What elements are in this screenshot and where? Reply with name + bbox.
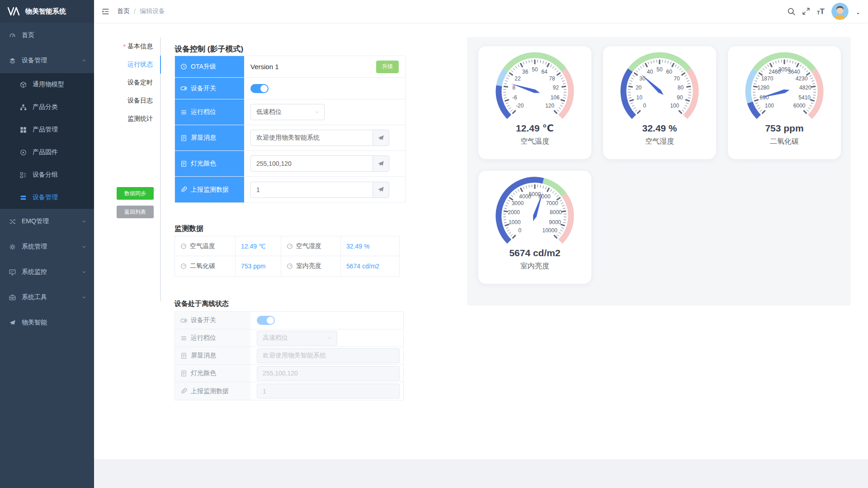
grid-icon (20, 127, 27, 133)
offline-row: 屏显消息欢迎使用物美智能系统 (175, 347, 403, 365)
sidebar-item-系统工具[interactable]: 系统工具 (0, 285, 94, 310)
toolbox-icon (9, 294, 16, 301)
gauge-title: 室内亮度 (520, 262, 549, 271)
sidebar-menu: 首页设备管理通用物模型产品分类产品管理产品固件设备分组设备管理EMQ管理系统管理… (0, 23, 94, 335)
row-label-text: 设备开关 (191, 84, 216, 93)
doc-icon (180, 160, 187, 167)
gauge-card-空气温度: -20-6822365064789210612012.49 ℃空气温度 (478, 46, 592, 160)
hamburger-icon[interactable] (101, 7, 110, 16)
sidebar-item-EMQ管理[interactable]: EMQ管理 (0, 209, 94, 234)
app-logo[interactable]: 物美智能系统 (0, 0, 94, 23)
row-value: 欢迎使用物美智能系统 (250, 347, 403, 364)
gauges-panel: -20-6822365064789210612012.49 ℃空气温度01020… (467, 37, 851, 305)
shuffle-icon (9, 218, 16, 225)
text-input-disabled[interactable]: 1 (257, 384, 400, 399)
sidebar-item-系统管理[interactable]: 系统管理 (0, 234, 94, 259)
monitor-label: 室内亮度 (281, 256, 341, 276)
row-label: 运行档位 (175, 99, 244, 125)
fullscreen-icon[interactable] (802, 7, 810, 15)
run-gear-select-disabled[interactable]: 高速档位 (257, 331, 337, 346)
sidebar-subitem-label: 产品固件 (33, 148, 58, 156)
sidebar-item-label: 设备管理 (22, 56, 47, 65)
gauge-chart: 1006901280187024603050364042304820541060… (735, 52, 834, 135)
disc-icon (20, 149, 27, 156)
text-input-disabled[interactable]: 欢迎使用物美智能系统 (257, 348, 400, 363)
row-value: 255,100,120 (250, 365, 403, 382)
send-button[interactable] (373, 182, 389, 198)
sidebar-subitem-通用物模型[interactable]: 通用物模型 (0, 73, 94, 96)
caret-down-icon[interactable] (855, 11, 861, 16)
sidebar-subitem-设备管理[interactable]: 设备管理 (0, 186, 94, 209)
app-title: 物美智能系统 (25, 7, 66, 16)
clip-icon (180, 388, 187, 394)
row-value: 高速档位 (250, 329, 403, 347)
upgrade-button[interactable]: 升级 (376, 61, 399, 73)
breadcrumb-home[interactable]: 首页 (117, 7, 130, 15)
firmware-version: Version 1 (250, 63, 279, 70)
clip-icon (180, 186, 187, 193)
monitor-value: 32.49 % (341, 236, 399, 256)
side-tab-label: 基本信息 (127, 42, 153, 51)
gauge-value: 753 ppm (765, 123, 803, 133)
svg-text:690: 690 (760, 94, 769, 101)
gauge-title: 空气湿度 (645, 137, 674, 146)
sidebar-submenu: 通用物模型产品分类产品管理产品固件设备分组设备管理 (0, 73, 94, 209)
back-to-list-button[interactable]: 返回列表 (117, 206, 154, 218)
text-input[interactable]: 255,100,120 (250, 155, 373, 172)
gauge-icon (287, 243, 293, 249)
monitor-value: 5674 cd/m2 (341, 256, 399, 276)
side-tab-label: 运行状态 (127, 61, 153, 69)
text-input-disabled[interactable]: 255,100,120 (257, 366, 400, 381)
side-tab-label: 设备定时 (127, 79, 153, 87)
sitemap-icon (20, 104, 27, 111)
monitor-value: 12.49 ℃ (236, 236, 281, 256)
side-tab-设备日志[interactable]: 设备日志 (94, 92, 160, 110)
font-size-icon[interactable]: TT (817, 8, 825, 15)
chevron-down-icon (81, 244, 87, 249)
device-switch-toggle-disabled[interactable] (257, 316, 275, 325)
list-icon (20, 194, 27, 201)
side-tab-运行状态[interactable]: 运行状态 (94, 56, 160, 74)
text-input[interactable]: 1 (250, 182, 373, 198)
send-button[interactable] (373, 155, 389, 172)
avatar[interactable] (831, 3, 849, 20)
sidebar-subitem-产品管理[interactable]: 产品管理 (0, 118, 94, 141)
sidebar-subitem-产品固件[interactable]: 产品固件 (0, 141, 94, 164)
clock-icon (180, 63, 187, 70)
sidebar-item-首页[interactable]: 首页 (0, 23, 94, 48)
svg-text:20: 20 (636, 84, 642, 91)
search-icon[interactable] (787, 7, 795, 15)
sidebar-item-label: 系统监控 (22, 268, 47, 276)
side-tab-监测统计[interactable]: 监测统计 (94, 110, 160, 128)
sidebar-subitem-label: 设备分组 (33, 171, 58, 179)
input-group: 255,100,120 (250, 155, 389, 172)
sidebar-item-系统监控[interactable]: 系统监控 (0, 259, 94, 285)
sidebar-subitem-设备分组[interactable]: 设备分组 (0, 164, 94, 186)
monitor-icon (9, 269, 16, 276)
gauge-icon (9, 32, 16, 39)
side-tab-设备定时[interactable]: 设备定时 (94, 74, 160, 92)
input-group: 1 (250, 182, 389, 198)
gauge-card-室内亮度: 0100020003000400050006000700080009000100… (478, 170, 592, 284)
sidebar-subitem-产品分类[interactable]: 产品分类 (0, 96, 94, 118)
svg-text:64: 64 (542, 69, 548, 75)
doc-icon (180, 370, 187, 377)
svg-text:40: 40 (647, 69, 653, 75)
svg-text:4230: 4230 (796, 75, 808, 82)
data-sync-button[interactable]: 数据同步 (117, 187, 154, 200)
side-tab-label: 监测统计 (127, 115, 153, 123)
sidebar-item-物美智能[interactable]: 物美智能 (0, 310, 94, 335)
side-tab-基本信息[interactable]: *基本信息 (94, 38, 160, 56)
svg-text:100: 100 (765, 103, 774, 109)
sidebar-item-设备管理[interactable]: 设备管理 (0, 48, 94, 73)
lines-icon (180, 335, 187, 342)
svg-text:100: 100 (670, 103, 679, 109)
row-label: 设备开关 (175, 78, 244, 99)
run-gear-select[interactable]: 低速档位 (250, 104, 325, 120)
layers-icon (9, 57, 16, 64)
breadcrumb: 首页 / 编辑设备 (117, 7, 165, 15)
sidebar-item-label: 系统管理 (22, 243, 47, 251)
device-switch-toggle[interactable] (250, 84, 269, 93)
send-button[interactable] (373, 130, 389, 146)
text-input[interactable]: 欢迎使用物美智能系统 (250, 130, 373, 146)
